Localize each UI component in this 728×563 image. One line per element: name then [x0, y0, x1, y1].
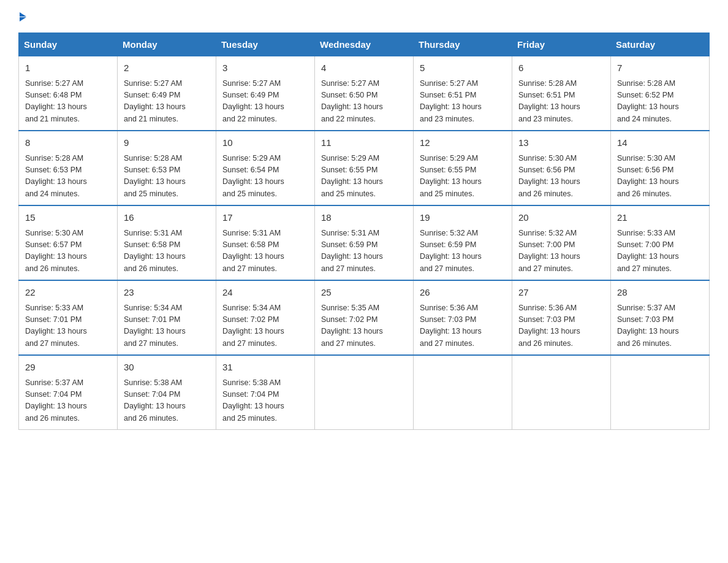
calendar-day-cell [512, 355, 611, 430]
calendar-day-cell: 28Sunrise: 5:37 AMSunset: 7:03 PMDayligh… [611, 280, 710, 355]
day-info: Sunrise: 5:29 AMSunset: 6:55 PMDaylight:… [321, 153, 407, 201]
calendar-day-cell: 3Sunrise: 5:27 AMSunset: 6:49 PMDaylight… [216, 56, 315, 131]
page-header [18, 12, 710, 21]
day-info: Sunrise: 5:38 AMSunset: 7:04 PMDaylight:… [124, 377, 210, 425]
day-of-week-header: Sunday [19, 33, 118, 56]
calendar-day-cell: 27Sunrise: 5:36 AMSunset: 7:03 PMDayligh… [512, 280, 611, 355]
calendar-day-cell: 22Sunrise: 5:33 AMSunset: 7:01 PMDayligh… [19, 280, 118, 355]
calendar-day-cell [611, 355, 710, 430]
calendar-day-cell: 5Sunrise: 5:27 AMSunset: 6:51 PMDaylight… [414, 56, 512, 131]
day-number: 15 [25, 211, 111, 225]
day-info: Sunrise: 5:27 AMSunset: 6:51 PMDaylight:… [420, 78, 506, 126]
day-number: 3 [222, 61, 308, 75]
calendar-day-cell: 23Sunrise: 5:34 AMSunset: 7:01 PMDayligh… [118, 280, 216, 355]
calendar-day-cell: 1Sunrise: 5:27 AMSunset: 6:48 PMDaylight… [19, 56, 118, 131]
day-number: 11 [321, 136, 407, 150]
day-info: Sunrise: 5:27 AMSunset: 6:49 PMDaylight:… [222, 78, 308, 126]
day-info: Sunrise: 5:33 AMSunset: 7:00 PMDaylight:… [617, 228, 703, 275]
day-number: 7 [617, 61, 703, 75]
day-info: Sunrise: 5:31 AMSunset: 6:58 PMDaylight:… [124, 228, 210, 275]
day-number: 10 [222, 136, 308, 150]
day-info: Sunrise: 5:27 AMSunset: 6:50 PMDaylight:… [321, 78, 407, 126]
calendar-day-cell: 14Sunrise: 5:30 AMSunset: 6:56 PMDayligh… [611, 131, 710, 205]
calendar-day-cell: 8Sunrise: 5:28 AMSunset: 6:53 PMDaylight… [19, 131, 118, 205]
logo [18, 12, 26, 21]
day-number: 23 [124, 286, 210, 300]
calendar-day-cell: 12Sunrise: 5:29 AMSunset: 6:55 PMDayligh… [414, 131, 512, 205]
calendar-day-cell: 21Sunrise: 5:33 AMSunset: 7:00 PMDayligh… [611, 205, 710, 280]
day-info: Sunrise: 5:29 AMSunset: 6:55 PMDaylight:… [420, 153, 506, 201]
day-number: 21 [617, 211, 703, 225]
calendar-day-cell: 31Sunrise: 5:38 AMSunset: 7:04 PMDayligh… [216, 355, 315, 430]
calendar-day-cell [315, 355, 414, 430]
calendar-header-row: SundayMondayTuesdayWednesdayThursdayFrid… [19, 33, 710, 56]
day-info: Sunrise: 5:28 AMSunset: 6:53 PMDaylight:… [124, 153, 210, 201]
day-number: 16 [124, 211, 210, 225]
day-info: Sunrise: 5:34 AMSunset: 7:02 PMDaylight:… [222, 302, 308, 350]
day-number: 9 [124, 136, 210, 150]
day-info: Sunrise: 5:36 AMSunset: 7:03 PMDaylight:… [518, 302, 604, 350]
day-number: 13 [518, 136, 604, 150]
day-number: 17 [222, 211, 308, 225]
day-number: 25 [321, 286, 407, 300]
calendar-day-cell: 15Sunrise: 5:30 AMSunset: 6:57 PMDayligh… [19, 205, 118, 280]
calendar-day-cell: 20Sunrise: 5:32 AMSunset: 7:00 PMDayligh… [512, 205, 611, 280]
day-of-week-header: Saturday [611, 33, 710, 56]
day-number: 19 [420, 211, 506, 225]
day-info: Sunrise: 5:35 AMSunset: 7:02 PMDaylight:… [321, 302, 407, 350]
day-number: 18 [321, 211, 407, 225]
calendar-day-cell: 9Sunrise: 5:28 AMSunset: 6:53 PMDaylight… [118, 131, 216, 205]
day-number: 27 [518, 286, 604, 300]
calendar-day-cell: 26Sunrise: 5:36 AMSunset: 7:03 PMDayligh… [414, 280, 512, 355]
calendar-week-row: 1Sunrise: 5:27 AMSunset: 6:48 PMDaylight… [19, 56, 710, 131]
day-info: Sunrise: 5:28 AMSunset: 6:53 PMDaylight:… [25, 153, 111, 201]
calendar-day-cell: 7Sunrise: 5:28 AMSunset: 6:52 PMDaylight… [611, 56, 710, 131]
calendar-week-row: 22Sunrise: 5:33 AMSunset: 7:01 PMDayligh… [19, 280, 710, 355]
day-number: 8 [25, 136, 111, 150]
calendar-table: SundayMondayTuesdayWednesdayThursdayFrid… [18, 33, 710, 430]
calendar-day-cell: 4Sunrise: 5:27 AMSunset: 6:50 PMDaylight… [315, 56, 414, 131]
day-of-week-header: Tuesday [216, 33, 315, 56]
day-number: 2 [124, 61, 210, 75]
day-info: Sunrise: 5:27 AMSunset: 6:48 PMDaylight:… [25, 78, 111, 126]
day-info: Sunrise: 5:38 AMSunset: 7:04 PMDaylight:… [222, 377, 308, 425]
calendar-day-cell: 13Sunrise: 5:30 AMSunset: 6:56 PMDayligh… [512, 131, 611, 205]
calendar-day-cell: 16Sunrise: 5:31 AMSunset: 6:58 PMDayligh… [118, 205, 216, 280]
day-of-week-header: Wednesday [315, 33, 414, 56]
calendar-day-cell: 10Sunrise: 5:29 AMSunset: 6:54 PMDayligh… [216, 131, 315, 205]
day-of-week-header: Monday [118, 33, 216, 56]
day-info: Sunrise: 5:30 AMSunset: 6:57 PMDaylight:… [25, 228, 111, 275]
day-info: Sunrise: 5:29 AMSunset: 6:54 PMDaylight:… [222, 153, 308, 201]
day-info: Sunrise: 5:32 AMSunset: 6:59 PMDaylight:… [420, 228, 506, 275]
day-info: Sunrise: 5:28 AMSunset: 6:52 PMDaylight:… [617, 78, 703, 126]
day-info: Sunrise: 5:32 AMSunset: 7:00 PMDaylight:… [518, 228, 604, 275]
calendar-week-row: 29Sunrise: 5:37 AMSunset: 7:04 PMDayligh… [19, 355, 710, 430]
calendar-day-cell: 17Sunrise: 5:31 AMSunset: 6:58 PMDayligh… [216, 205, 315, 280]
day-info: Sunrise: 5:30 AMSunset: 6:56 PMDaylight:… [617, 153, 703, 201]
day-number: 28 [617, 286, 703, 300]
calendar-day-cell: 30Sunrise: 5:38 AMSunset: 7:04 PMDayligh… [118, 355, 216, 430]
day-number: 5 [420, 61, 506, 75]
calendar-day-cell: 11Sunrise: 5:29 AMSunset: 6:55 PMDayligh… [315, 131, 414, 205]
day-number: 4 [321, 61, 407, 75]
calendar-week-row: 8Sunrise: 5:28 AMSunset: 6:53 PMDaylight… [19, 131, 710, 205]
calendar-day-cell: 24Sunrise: 5:34 AMSunset: 7:02 PMDayligh… [216, 280, 315, 355]
day-info: Sunrise: 5:37 AMSunset: 7:04 PMDaylight:… [25, 377, 111, 425]
calendar-day-cell: 6Sunrise: 5:28 AMSunset: 6:51 PMDaylight… [512, 56, 611, 131]
day-number: 22 [25, 286, 111, 300]
day-number: 1 [25, 61, 111, 75]
day-number: 20 [518, 211, 604, 225]
calendar-day-cell: 18Sunrise: 5:31 AMSunset: 6:59 PMDayligh… [315, 205, 414, 280]
day-of-week-header: Thursday [414, 33, 512, 56]
day-info: Sunrise: 5:34 AMSunset: 7:01 PMDaylight:… [124, 302, 210, 350]
calendar-day-cell: 25Sunrise: 5:35 AMSunset: 7:02 PMDayligh… [315, 280, 414, 355]
day-number: 14 [617, 136, 703, 150]
day-info: Sunrise: 5:27 AMSunset: 6:49 PMDaylight:… [124, 78, 210, 126]
calendar-day-cell [414, 355, 512, 430]
day-info: Sunrise: 5:33 AMSunset: 7:01 PMDaylight:… [25, 302, 111, 350]
day-number: 31 [222, 361, 308, 375]
calendar-day-cell: 2Sunrise: 5:27 AMSunset: 6:49 PMDaylight… [118, 56, 216, 131]
day-number: 24 [222, 286, 308, 300]
day-info: Sunrise: 5:37 AMSunset: 7:03 PMDaylight:… [617, 302, 703, 350]
day-number: 29 [25, 361, 111, 375]
